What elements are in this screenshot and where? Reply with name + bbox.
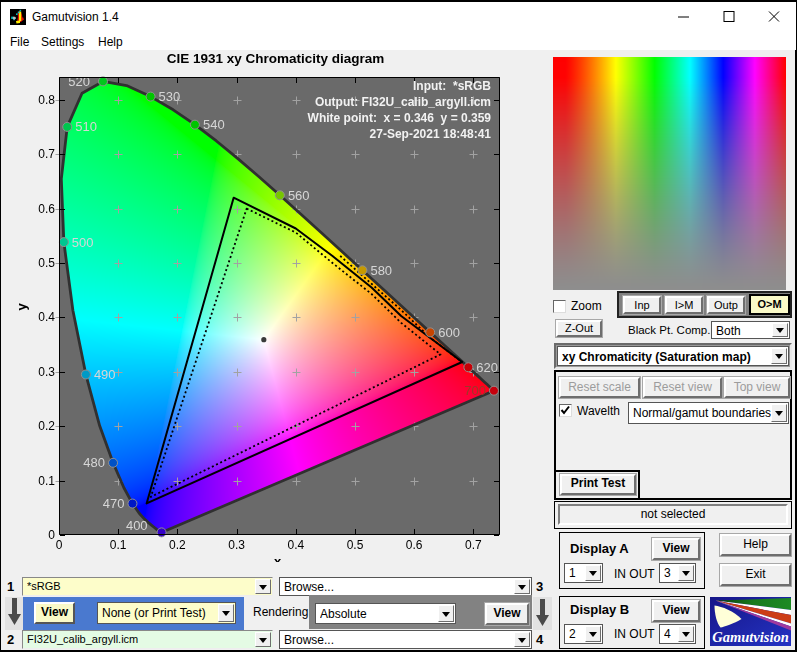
svg-text:Gamutvision: Gamutvision <box>712 629 789 645</box>
